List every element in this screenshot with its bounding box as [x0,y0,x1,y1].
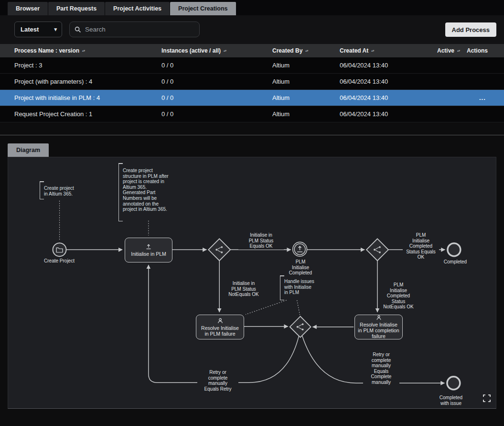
annotation-create-project: Create project in Altium 365. [40,181,84,199]
toolbar: Latest ▾ Add Process [0,15,504,44]
edge-label-init-ok: Initialise in PLM Status Equals OK [238,232,284,250]
cell-created-at: 06/04/2024 13:40 [340,110,437,118]
cell-active [437,78,467,85]
column-header-process-name[interactable]: Process Name : version▴▾ [14,47,161,54]
task-resolve-initialise-failure[interactable]: Resolve Initialise in PLM failure [196,315,244,339]
table-row[interactable]: Project (with parameters) : 4 0 / 0 Alti… [0,74,504,90]
table-header-row: Process Name : version▴▾ Instances (acti… [0,44,504,57]
top-tab-bar: Browser Part Requests Project Activities… [0,0,504,15]
cell-process-name: Project with initialise in PLM : 4 [14,94,161,101]
start-event-create-project[interactable] [53,243,66,256]
user-icon [217,318,223,324]
cell-created-by: Altium [272,78,340,85]
task-label: Resolve Initialise in PLM failure [201,325,239,337]
tab-project-creations[interactable]: Project Creations [170,2,236,15]
sort-icon[interactable]: ▴▾ [457,50,460,52]
annotation-handle-issues: Handle issues with Initialise in PLM [280,275,322,300]
gateway-retry-or-complete[interactable] [290,317,311,338]
upload-icon [146,244,151,250]
search-box[interactable] [69,22,200,37]
intermediate-event-plm-initialise-completed[interactable] [293,242,307,256]
task-initialise-in-plm[interactable]: Initialise in PLM [125,238,172,262]
edge-label-completed-not-ok: PLM Initialise Completed Status NotEqual… [380,282,417,310]
cell-instances: 0 / 0 [161,78,272,85]
cell-created-by: Altium [272,62,340,69]
end-event-completed-with-issue[interactable] [447,377,460,390]
column-header-created-by[interactable]: Created By▴▾ [272,47,340,54]
column-header-label: Process Name : version [14,47,79,54]
tab-part-requests[interactable]: Part Requests [48,2,105,15]
cell-active [437,62,467,69]
edge-label-retry: Retry or complete manually Equals Retry [197,369,238,392]
cell-created-at: 06/04/2024 13:40 [340,78,437,85]
cell-active [437,94,467,101]
label-plm-event: PLM Initialise Completed [284,259,317,276]
cell-created-at: 06/04/2024 13:40 [340,62,437,69]
column-header-actions: Actions [467,47,504,54]
cell-active [437,110,467,118]
tab-project-activities[interactable]: Project Activities [105,2,170,15]
table-row-selected[interactable]: Project with initialise in PLM : 4 0 / 0… [0,90,504,106]
task-label: Resolve Initialise in PLM completion fai… [358,322,399,339]
edge-label-complete-manually: Retry or complete manually Equals Comple… [363,351,399,385]
process-table: Process Name : version▴▾ Instances (acti… [0,44,504,122]
label-end-completed-with-issue: Completed with issue [434,394,468,406]
sort-icon[interactable]: ▴▾ [371,50,374,52]
column-header-active[interactable]: Active▴▾ [437,47,467,54]
sort-icon[interactable]: ▴▾ [82,50,85,52]
user-icon [376,315,382,320]
sort-icon[interactable]: ▴▾ [305,50,308,52]
add-process-button[interactable]: Add Process [445,22,496,37]
association-handle-issues-right [297,300,300,315]
fullscreen-icon[interactable] [482,393,492,404]
annotation-create-structure: Create project structure in PLM after pr… [118,163,177,221]
association-handle-issues-left [246,300,287,315]
cell-instances: 0 / 0 [161,94,272,101]
diagram-panel: Initialise in PLM Resolve Initialise in … [8,157,496,409]
table-row[interactable]: Request Project Creation : 1 0 / 0 Altiu… [0,106,504,122]
edge-label-init-not-ok: Initialise in PLM Status NotEquals OK [222,280,266,298]
cell-created-by: Altium [272,94,340,101]
search-input[interactable] [85,26,194,33]
column-header-label: Created By [272,47,302,54]
cell-instances: 0 / 0 [161,110,272,118]
column-header-label: Active [437,47,454,54]
version-filter-value: Latest [21,26,39,33]
section-divider [0,135,504,135]
gateway-init-status[interactable] [208,239,230,261]
row-actions-menu[interactable]: ... [467,94,504,101]
app-window: Browser Part Requests Project Activities… [0,0,504,426]
gateway-completed-status[interactable] [366,239,388,261]
label-end-completed: Completed [439,259,472,265]
tab-diagram[interactable]: Diagram [8,143,49,157]
column-header-created-at[interactable]: Created At▴▾ [340,47,437,54]
column-header-label: Instances (active / all) [161,47,221,54]
cell-created-by: Altium [272,110,340,118]
edge-label-completed-ok: PLM Initialise Completed Status Equals O… [403,232,439,261]
chevron-down-icon: ▾ [54,26,57,33]
tab-browser[interactable]: Browser [8,2,48,15]
cell-created-at: 06/04/2024 13:40 [340,94,437,101]
label-start-event: Create Project [38,258,81,264]
cell-process-name: Request Project Creation : 1 [14,110,161,118]
column-header-label: Actions [467,47,488,54]
search-icon [75,26,81,33]
column-header-instances[interactable]: Instances (active / all)▴▾ [161,47,272,54]
cell-process-name: Project : 3 [14,62,161,69]
end-event-completed[interactable] [448,243,461,256]
column-header-label: Created At [340,47,368,54]
version-filter-select[interactable]: Latest ▾ [14,22,62,37]
cell-instances: 0 / 0 [161,62,272,69]
cell-process-name: Project (with parameters) : 4 [14,78,161,85]
task-resolve-completion-failure[interactable]: Resolve Initialise in PLM completion fai… [354,315,403,339]
sort-icon[interactable]: ▴▾ [224,50,226,52]
task-label: Initialise in PLM [131,251,166,257]
table-row[interactable]: Project : 3 0 / 0 Altium 06/04/2024 13:4… [0,57,504,74]
